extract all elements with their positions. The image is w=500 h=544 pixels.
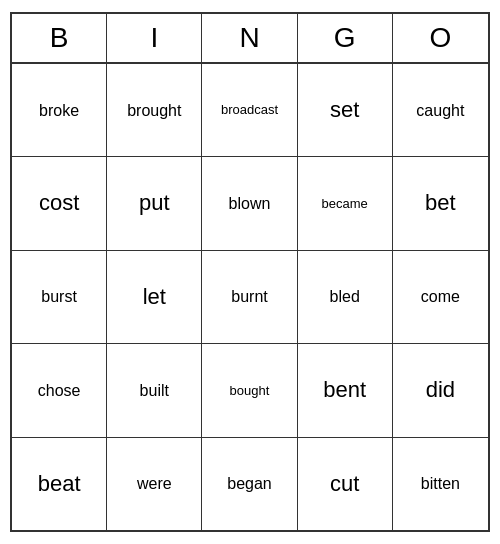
cell-text: brought (127, 101, 181, 120)
bingo-cell: put (107, 157, 202, 249)
bingo-cell: come (393, 251, 488, 343)
cell-text: were (137, 474, 172, 493)
bingo-cell: beat (12, 438, 107, 530)
bingo-cell: were (107, 438, 202, 530)
bingo-cell: set (298, 64, 393, 156)
bingo-cell: broadcast (202, 64, 297, 156)
bingo-cell: bled (298, 251, 393, 343)
cell-text: burst (41, 287, 77, 306)
cell-text: caught (416, 101, 464, 120)
bingo-cell: broke (12, 64, 107, 156)
cell-text: let (143, 284, 166, 310)
bingo-cell: let (107, 251, 202, 343)
bingo-cell: did (393, 344, 488, 436)
cell-text: blown (229, 194, 271, 213)
cell-text: bent (323, 377, 366, 403)
bingo-cell: bent (298, 344, 393, 436)
bingo-row: burstletburntbledcome (12, 251, 488, 344)
cell-text: became (322, 196, 368, 212)
cell-text: broke (39, 101, 79, 120)
cell-text: beat (38, 471, 81, 497)
bingo-cell: became (298, 157, 393, 249)
cell-text: bled (330, 287, 360, 306)
cell-text: set (330, 97, 359, 123)
header-letter: N (202, 14, 297, 62)
bingo-cell: began (202, 438, 297, 530)
bingo-cell: caught (393, 64, 488, 156)
cell-text: bitten (421, 474, 460, 493)
cell-text: chose (38, 381, 81, 400)
cell-text: did (426, 377, 455, 403)
bingo-cell: cut (298, 438, 393, 530)
bingo-cell: burnt (202, 251, 297, 343)
bingo-cell: burst (12, 251, 107, 343)
cell-text: broadcast (221, 102, 278, 118)
cell-text: bought (230, 383, 270, 399)
bingo-header: BINGO (12, 14, 488, 64)
bingo-cell: cost (12, 157, 107, 249)
header-letter: O (393, 14, 488, 62)
bingo-cell: built (107, 344, 202, 436)
cell-text: burnt (231, 287, 267, 306)
header-letter: B (12, 14, 107, 62)
cell-text: put (139, 190, 170, 216)
cell-text: began (227, 474, 272, 493)
bingo-body: brokebroughtbroadcastsetcaughtcostputblo… (12, 64, 488, 530)
cell-text: bet (425, 190, 456, 216)
header-letter: G (298, 14, 393, 62)
cell-text: come (421, 287, 460, 306)
bingo-cell: brought (107, 64, 202, 156)
bingo-card: BINGO brokebroughtbroadcastsetcaughtcost… (10, 12, 490, 532)
cell-text: cut (330, 471, 359, 497)
header-letter: I (107, 14, 202, 62)
bingo-row: beatwerebegancutbitten (12, 438, 488, 530)
bingo-row: chosebuiltboughtbentdid (12, 344, 488, 437)
bingo-row: brokebroughtbroadcastsetcaught (12, 64, 488, 157)
bingo-cell: chose (12, 344, 107, 436)
cell-text: cost (39, 190, 79, 216)
bingo-cell: bet (393, 157, 488, 249)
bingo-cell: blown (202, 157, 297, 249)
bingo-cell: bought (202, 344, 297, 436)
bingo-cell: bitten (393, 438, 488, 530)
bingo-row: costputblownbecamebet (12, 157, 488, 250)
cell-text: built (140, 381, 169, 400)
